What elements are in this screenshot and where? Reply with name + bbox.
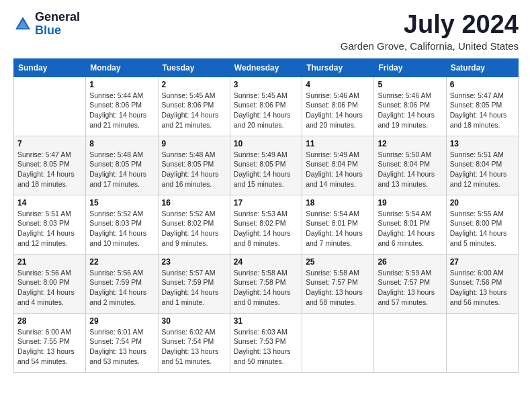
calendar-day-cell: 11Sunrise: 5:49 AM Sunset: 8:04 PM Dayli… [302, 136, 374, 195]
day-number: 24 [234, 257, 298, 267]
day-number: 6 [450, 80, 515, 89]
calendar-day-cell: 15Sunrise: 5:52 AM Sunset: 8:03 PM Dayli… [86, 195, 158, 254]
day-info: Sunrise: 5:51 AM Sunset: 8:03 PM Dayligh… [17, 209, 82, 248]
logo-icon [13, 15, 32, 34]
calendar-day-cell: 3Sunrise: 5:45 AM Sunset: 8:06 PM Daylig… [230, 77, 302, 136]
calendar-day-cell: 17Sunrise: 5:53 AM Sunset: 8:02 PM Dayli… [230, 195, 302, 254]
day-info: Sunrise: 5:46 AM Sunset: 8:06 PM Dayligh… [306, 91, 370, 130]
day-info: Sunrise: 6:01 AM Sunset: 7:54 PM Dayligh… [89, 327, 154, 367]
day-number: 12 [378, 139, 442, 148]
calendar-day-cell: 23Sunrise: 5:57 AM Sunset: 7:59 PM Dayli… [158, 254, 230, 313]
day-number: 16 [162, 198, 226, 208]
logo-blue: Blue [35, 24, 61, 37]
calendar-day-cell [302, 313, 374, 372]
logo-text: General Blue [35, 11, 80, 38]
day-info: Sunrise: 5:46 AM Sunset: 8:06 PM Dayligh… [378, 91, 442, 130]
day-number: 29 [89, 316, 154, 326]
day-info: Sunrise: 5:52 AM Sunset: 8:02 PM Dayligh… [162, 209, 226, 248]
calendar-header-row: SundayMondayTuesdayWednesdayThursdayFrid… [14, 58, 519, 77]
calendar-day-cell [446, 313, 518, 372]
day-number: 28 [17, 316, 82, 326]
day-number: 19 [378, 198, 442, 208]
calendar-day-cell: 29Sunrise: 6:01 AM Sunset: 7:54 PM Dayli… [86, 313, 158, 372]
calendar-day-cell: 2Sunrise: 5:45 AM Sunset: 8:06 PM Daylig… [158, 77, 230, 136]
calendar-day-cell: 30Sunrise: 6:02 AM Sunset: 7:54 PM Dayli… [158, 313, 230, 372]
day-number: 5 [378, 80, 442, 89]
day-info: Sunrise: 5:47 AM Sunset: 8:05 PM Dayligh… [17, 150, 82, 189]
day-number: 2 [162, 80, 226, 89]
day-number: 1 [89, 80, 154, 89]
day-number: 22 [89, 257, 154, 267]
calendar-day-cell: 8Sunrise: 5:48 AM Sunset: 8:05 PM Daylig… [86, 136, 158, 195]
day-info: Sunrise: 6:02 AM Sunset: 7:54 PM Dayligh… [162, 327, 226, 367]
calendar-day-cell: 1Sunrise: 5:44 AM Sunset: 8:06 PM Daylig… [86, 77, 158, 136]
day-info: Sunrise: 5:55 AM Sunset: 8:00 PM Dayligh… [450, 209, 515, 248]
calendar-day-cell: 21Sunrise: 5:56 AM Sunset: 8:00 PM Dayli… [14, 254, 86, 313]
day-number: 26 [378, 257, 442, 267]
calendar-week-row: 1Sunrise: 5:44 AM Sunset: 8:06 PM Daylig… [14, 77, 519, 136]
day-info: Sunrise: 6:00 AM Sunset: 7:56 PM Dayligh… [450, 268, 515, 308]
day-info: Sunrise: 5:57 AM Sunset: 7:59 PM Dayligh… [162, 268, 226, 308]
day-info: Sunrise: 5:48 AM Sunset: 8:05 PM Dayligh… [162, 150, 226, 189]
day-number: 17 [234, 198, 298, 208]
day-info: Sunrise: 5:54 AM Sunset: 8:01 PM Dayligh… [378, 209, 442, 248]
month-title: July 2024 [341, 11, 519, 39]
calendar-day-cell: 10Sunrise: 5:49 AM Sunset: 8:05 PM Dayli… [230, 136, 302, 195]
calendar-day-header: Friday [374, 58, 446, 77]
location-title: Garden Grove, California, United States [341, 40, 519, 52]
day-info: Sunrise: 5:49 AM Sunset: 8:05 PM Dayligh… [234, 150, 298, 189]
calendar-day-cell: 25Sunrise: 5:58 AM Sunset: 7:57 PM Dayli… [302, 254, 374, 313]
day-info: Sunrise: 5:49 AM Sunset: 8:04 PM Dayligh… [306, 150, 370, 189]
day-number: 25 [306, 257, 370, 267]
day-info: Sunrise: 5:58 AM Sunset: 7:57 PM Dayligh… [306, 268, 370, 308]
calendar-day-cell: 5Sunrise: 5:46 AM Sunset: 8:06 PM Daylig… [374, 77, 446, 136]
calendar-day-header: Saturday [446, 58, 518, 77]
day-number: 15 [89, 198, 154, 208]
day-info: Sunrise: 5:56 AM Sunset: 8:00 PM Dayligh… [17, 268, 82, 308]
calendar-day-cell: 6Sunrise: 5:47 AM Sunset: 8:05 PM Daylig… [446, 77, 518, 136]
calendar-day-cell [374, 313, 446, 372]
day-number: 7 [17, 139, 82, 148]
calendar-table: SundayMondayTuesdayWednesdayThursdayFrid… [13, 58, 519, 373]
day-number: 4 [306, 80, 370, 89]
day-info: Sunrise: 6:00 AM Sunset: 7:55 PM Dayligh… [17, 327, 82, 367]
day-info: Sunrise: 6:03 AM Sunset: 7:53 PM Dayligh… [234, 327, 298, 367]
day-info: Sunrise: 5:50 AM Sunset: 8:04 PM Dayligh… [378, 150, 442, 189]
page-header: General Blue July 2024 Garden Grove, Cal… [13, 11, 519, 52]
calendar-week-row: 7Sunrise: 5:47 AM Sunset: 8:05 PM Daylig… [14, 136, 519, 195]
day-info: Sunrise: 5:47 AM Sunset: 8:05 PM Dayligh… [450, 91, 515, 130]
day-number: 31 [234, 316, 298, 326]
calendar-day-cell: 24Sunrise: 5:58 AM Sunset: 7:58 PM Dayli… [230, 254, 302, 313]
calendar-week-row: 21Sunrise: 5:56 AM Sunset: 8:00 PM Dayli… [14, 254, 519, 313]
day-info: Sunrise: 5:53 AM Sunset: 8:02 PM Dayligh… [234, 209, 298, 248]
calendar-day-cell: 9Sunrise: 5:48 AM Sunset: 8:05 PM Daylig… [158, 136, 230, 195]
calendar-day-cell: 4Sunrise: 5:46 AM Sunset: 8:06 PM Daylig… [302, 77, 374, 136]
calendar-day-header: Wednesday [230, 58, 302, 77]
title-area: July 2024 Garden Grove, California, Unit… [341, 11, 519, 52]
day-info: Sunrise: 5:56 AM Sunset: 7:59 PM Dayligh… [89, 268, 154, 308]
day-number: 8 [89, 139, 154, 148]
calendar-day-cell: 14Sunrise: 5:51 AM Sunset: 8:03 PM Dayli… [14, 195, 86, 254]
day-number: 30 [162, 316, 226, 326]
day-number: 18 [306, 198, 370, 208]
calendar-day-header: Sunday [14, 58, 86, 77]
calendar-day-cell: 12Sunrise: 5:50 AM Sunset: 8:04 PM Dayli… [374, 136, 446, 195]
day-number: 3 [234, 80, 298, 89]
calendar-week-row: 28Sunrise: 6:00 AM Sunset: 7:55 PM Dayli… [14, 313, 519, 372]
day-info: Sunrise: 5:51 AM Sunset: 8:04 PM Dayligh… [450, 150, 515, 189]
logo-general: General [35, 10, 80, 24]
calendar-day-cell: 31Sunrise: 6:03 AM Sunset: 7:53 PM Dayli… [230, 313, 302, 372]
day-number: 21 [17, 257, 82, 267]
calendar-day-cell: 7Sunrise: 5:47 AM Sunset: 8:05 PM Daylig… [14, 136, 86, 195]
calendar-day-cell [14, 77, 86, 136]
calendar-day-cell: 22Sunrise: 5:56 AM Sunset: 7:59 PM Dayli… [86, 254, 158, 313]
day-info: Sunrise: 5:52 AM Sunset: 8:03 PM Dayligh… [89, 209, 154, 248]
calendar-day-cell: 19Sunrise: 5:54 AM Sunset: 8:01 PM Dayli… [374, 195, 446, 254]
day-info: Sunrise: 5:54 AM Sunset: 8:01 PM Dayligh… [306, 209, 370, 248]
day-number: 10 [234, 139, 298, 148]
day-info: Sunrise: 5:58 AM Sunset: 7:58 PM Dayligh… [234, 268, 298, 308]
day-number: 20 [450, 198, 515, 208]
day-info: Sunrise: 5:48 AM Sunset: 8:05 PM Dayligh… [89, 150, 154, 189]
calendar-day-header: Tuesday [158, 58, 230, 77]
calendar-day-cell: 18Sunrise: 5:54 AM Sunset: 8:01 PM Dayli… [302, 195, 374, 254]
